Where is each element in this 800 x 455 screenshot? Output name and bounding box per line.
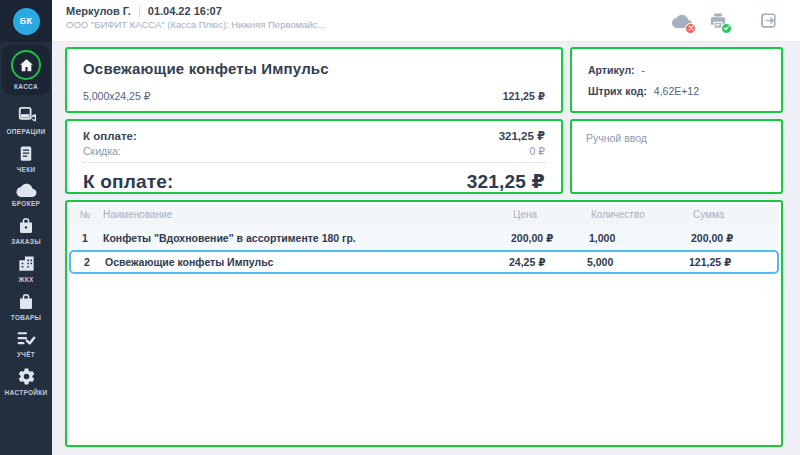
row-num: 1 [69, 232, 101, 244]
article-label: Артикул: [588, 64, 635, 76]
to-pay-label: К оплате: [83, 130, 137, 142]
sidebar-item-label: УЧЁТ [17, 351, 35, 358]
sidebar-item-label: БРОКЕР [12, 200, 40, 207]
sidebar-item-label: ЗАКАЗЫ [11, 238, 41, 245]
receipt-items-table: № Наименование Цена Количество Сумма 1 К… [65, 200, 783, 447]
row-sum: 200,00 ₽ [691, 232, 779, 244]
to-pay-value: 321,25 ₽ [499, 129, 545, 143]
building-icon [17, 254, 36, 273]
sidebar-item-label: ОПЕРАЦИИ [6, 128, 45, 135]
checklist-icon [16, 330, 36, 348]
cloud-icon [16, 182, 37, 197]
header-actions [672, 0, 800, 41]
sidebar-item-label: КАССА [14, 83, 38, 90]
cloud-sync-icon[interactable] [672, 11, 692, 31]
divider [139, 5, 140, 17]
col-header-name: Наименование [101, 209, 511, 220]
current-item-name: Освежающие конфеты Импульс [83, 60, 545, 77]
terminal-gear-icon [16, 105, 36, 125]
current-item-card: Освежающие конфеты Импульс 5,000x24,25 ₽… [65, 47, 563, 113]
row-qty: 1,000 [589, 232, 691, 244]
current-item-total: 121,25 ₽ [503, 90, 545, 102]
sidebar-item-zakazy[interactable]: ЗАКАЗЫ [2, 216, 50, 245]
sidebar-item-zhkh[interactable]: ЖКХ [2, 254, 50, 283]
sidebar-item-broker[interactable]: БРОКЕР [2, 182, 50, 207]
shopping-bag-icon [17, 216, 35, 235]
row-name: Конфеты "Вдохновение" в ассортименте 180… [101, 232, 511, 244]
connected-badge-icon [721, 23, 732, 34]
row-sum: 121,25 ₽ [689, 256, 777, 268]
sidebar-item-nastroiki[interactable]: НАСТРОЙКИ [2, 367, 50, 396]
datetime: 01.04.22 16:07 [148, 5, 222, 17]
receipt-icon [17, 144, 35, 163]
item-details-card: Артикул: - Штрих код: 4,62E+12 [570, 47, 783, 113]
barcode-value: 4,62E+12 [654, 85, 699, 97]
sidebar-item-kassa[interactable]: КАССА [2, 45, 50, 95]
payment-card: К оплате: 321,25 ₽ Скидка: 0 ₽ К оплате:… [65, 119, 563, 194]
discount-label: Скидка: [83, 145, 121, 157]
header: БК Меркулов Г. 01.04.22 16:07 ООО "БИФИТ… [0, 0, 800, 42]
active-ring [11, 50, 41, 80]
main-content: Освежающие конфеты Импульс 5,000x24,25 ₽… [52, 42, 800, 455]
bag-icon [17, 292, 35, 311]
discount-value: 0 ₽ [530, 145, 545, 157]
sidebar-item-label: ЖКХ [18, 276, 33, 283]
sidebar-item-tovary[interactable]: ТОВАРЫ [2, 292, 50, 321]
row-qty: 5,000 [587, 256, 689, 268]
printer-status-icon[interactable] [708, 11, 728, 31]
pos-app: БК Меркулов Г. 01.04.22 16:07 ООО "БИФИТ… [0, 0, 800, 455]
row-num: 2 [71, 256, 103, 268]
table-row[interactable]: 1 Конфеты "Вдохновение" в ассортименте 1… [69, 225, 779, 250]
row-price: 24,25 ₽ [509, 256, 587, 268]
sidebar-item-uchet[interactable]: УЧЁТ [2, 330, 50, 358]
sidebar-item-label: ТОВАРЫ [11, 314, 41, 321]
sidebar-item-operacii[interactable]: ОПЕРАЦИИ [2, 105, 50, 135]
logout-icon[interactable] [758, 11, 778, 31]
home-icon [18, 57, 35, 74]
sidebar-nav: КАССА ОПЕРАЦИИ ЧЕКИ БРОКЕР ЗАКАЗЫ [0, 42, 52, 455]
manual-input-card [570, 119, 783, 194]
row-price: 200,00 ₽ [511, 232, 589, 244]
gear-icon [17, 367, 36, 386]
col-header-price: Цена [511, 209, 589, 220]
col-header-qty: Количество [589, 209, 691, 220]
sidebar-item-label: НАСТРОЙКИ [4, 389, 47, 396]
barcode-label: Штрих код: [588, 85, 647, 97]
sidebar-item-label: ЧЕКИ [17, 166, 36, 173]
sidebar-item-cheki[interactable]: ЧЕКИ [2, 144, 50, 173]
logo-block: БК [0, 0, 52, 42]
total-value: 321,25 ₽ [467, 170, 545, 193]
header-info: Меркулов Г. 01.04.22 16:07 ООО "БИФИТ КА… [52, 0, 672, 41]
user-name: Меркулов Г. [66, 5, 131, 17]
total-label: К оплате: [83, 171, 174, 193]
manual-input-field[interactable] [572, 121, 781, 192]
table-header-row: № Наименование Цена Количество Сумма [69, 204, 779, 225]
app-logo[interactable]: БК [13, 8, 40, 35]
current-item-qty-price: 5,000x24,25 ₽ [83, 90, 150, 102]
row-name: Освежающие конфеты Импульс [103, 256, 509, 268]
organization-name: ООО "БИФИТ КАССА" (Касса Плюс): Нижняя П… [66, 19, 672, 30]
offline-badge-icon [685, 23, 696, 34]
col-header-sum: Сумма [691, 209, 779, 220]
table-row-selected[interactable]: 2 Освежающие конфеты Импульс 24,25 ₽ 5,0… [69, 250, 779, 274]
article-value: - [642, 64, 646, 76]
col-header-num: № [69, 209, 101, 220]
